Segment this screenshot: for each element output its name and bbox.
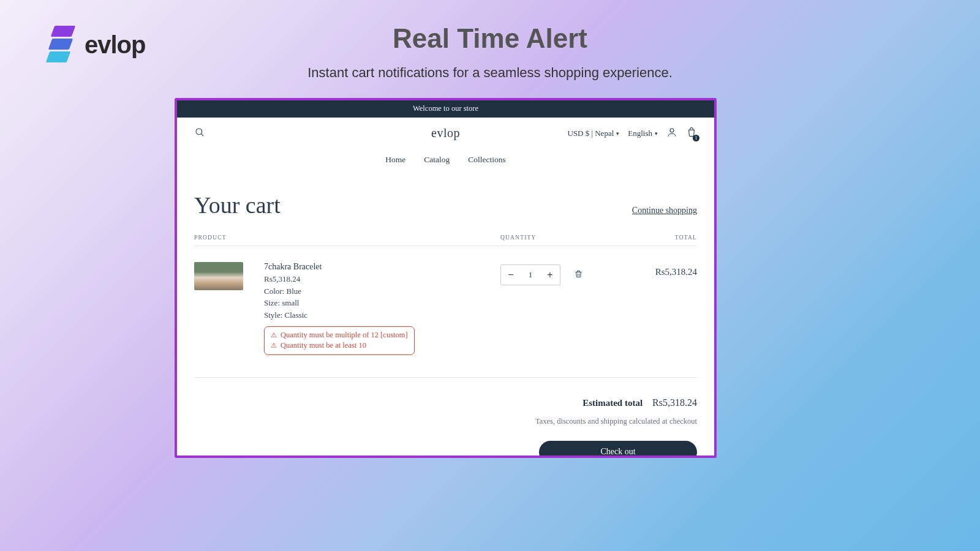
store-screenshot: Welcome to our store evlop USD $ | Nepal…: [175, 98, 717, 458]
qty-increase-button[interactable]: +: [540, 265, 560, 285]
warning-icon: ⚠: [271, 341, 277, 350]
cart-line-item: 7chakra Bracelet Rs5,318.24 Color: Blue …: [194, 246, 697, 365]
checkout-button[interactable]: Check out: [539, 441, 697, 458]
search-icon[interactable]: [194, 129, 205, 140]
svg-point-0: [196, 129, 202, 135]
col-product: PRODUCT: [194, 234, 500, 241]
product-color: Color: Blue: [264, 286, 500, 297]
svg-line-1: [202, 133, 203, 135]
warning-icon: ⚠: [271, 331, 277, 340]
cart-title: Your cart: [194, 192, 281, 219]
product-size: Size: small: [264, 298, 500, 309]
announcement-bar: Welcome to our store: [177, 100, 714, 118]
line-total: Rs5,318.24: [611, 262, 697, 277]
currency-selector[interactable]: USD $ | Nepal ▾: [567, 129, 619, 138]
language-selector[interactable]: English ▾: [628, 129, 658, 138]
qty-decrease-button[interactable]: −: [501, 265, 521, 285]
cart-section: Your cart Continue shopping PRODUCT QUAN…: [177, 178, 714, 365]
svg-point-2: [670, 129, 674, 132]
brand-logo-text: evlop: [85, 31, 145, 59]
estimated-total-label: Estimated total: [582, 398, 643, 408]
chevron-down-icon: ▾: [616, 130, 619, 137]
nav-collections[interactable]: Collections: [468, 155, 506, 165]
product-price: Rs5,318.24: [264, 274, 500, 285]
cart-columns: PRODUCT QUANTITY TOTAL: [194, 219, 697, 246]
store-header: evlop USD $ | Nepal ▾ English ▾ 1: [177, 118, 714, 145]
page-title: Real Time Alert: [393, 23, 587, 54]
cart-count-badge: 1: [693, 135, 699, 141]
account-icon[interactable]: [666, 127, 677, 140]
page-subtitle: Instant cart notifications for a seamles…: [307, 65, 673, 81]
nav-catalog[interactable]: Catalog: [424, 155, 450, 165]
cart-footer: Estimated total Rs5,318.24 Taxes, discou…: [177, 365, 714, 458]
tax-note: Taxes, discounts and shipping calculated…: [194, 417, 697, 426]
brand-logo: evlop: [48, 26, 145, 64]
currency-label: USD $ | Nepal: [567, 129, 614, 138]
product-name[interactable]: 7chakra Bracelet: [264, 262, 500, 272]
language-label: English: [628, 129, 652, 138]
product-thumbnail[interactable]: [194, 262, 243, 290]
cart-icon[interactable]: 1: [686, 127, 697, 140]
main-nav: Home Catalog Collections: [177, 145, 714, 178]
nav-home[interactable]: Home: [385, 155, 405, 165]
chevron-down-icon: ▾: [655, 130, 658, 137]
estimated-total-value: Rs5,318.24: [652, 397, 697, 408]
qty-value[interactable]: 1: [521, 270, 540, 280]
continue-shopping-link[interactable]: Continue shopping: [632, 206, 697, 216]
store-logo[interactable]: evlop: [362, 126, 530, 140]
remove-item-button[interactable]: [571, 267, 586, 283]
quantity-alert-box: ⚠ Quantity must be multiple of 12 [custo…: [264, 326, 415, 355]
col-quantity: QUANTITY: [500, 234, 611, 241]
brand-logo-mark: [48, 26, 76, 64]
product-style: Style: Classic: [264, 310, 500, 321]
alert-message-1: Quantity must be multiple of 12 [custom]: [281, 330, 408, 340]
alert-message-2: Quantity must be at least 10: [281, 340, 366, 351]
quantity-stepper: − 1 +: [500, 264, 560, 285]
col-total: TOTAL: [611, 234, 697, 241]
trash-icon: [574, 269, 583, 279]
